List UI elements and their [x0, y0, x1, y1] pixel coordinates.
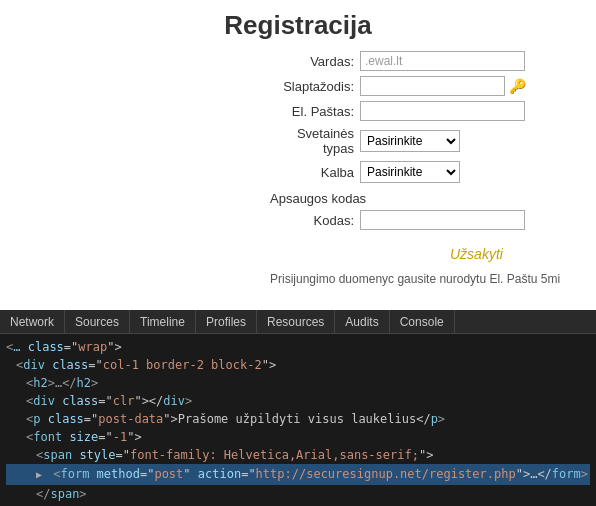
tab-sources[interactable]: Sources [65, 310, 130, 333]
tab-timeline[interactable]: Timeline [130, 310, 196, 333]
code-line-3: <h2>…</h2> [6, 374, 590, 392]
email-label: El. Paštas: [270, 104, 360, 119]
vardas-label: Vardas: [270, 54, 360, 69]
tab-console[interactable]: Console [390, 310, 455, 333]
code-line-9: </span> [6, 485, 590, 503]
tab-resources[interactable]: Resources [257, 310, 335, 333]
code-line-8-highlighted[interactable]: <form method="post" action="http://secur… [6, 464, 590, 485]
code-line-6: <font size="-1"> [6, 428, 590, 446]
kalba-row: Kalba Pasirinkite [270, 161, 586, 183]
devtools-panel: Network Sources Timeline Profiles Resour… [0, 310, 596, 506]
kodas-label: Kodas: [270, 213, 360, 228]
key-icon: 🔑 [509, 78, 526, 94]
devtools-tabbar: Network Sources Timeline Profiles Resour… [0, 310, 596, 334]
code-line-4: <div class="clr"></div> [6, 392, 590, 410]
kalba-label: Kalba [270, 165, 360, 180]
security-label: Apsaugos kodas [270, 191, 586, 206]
email-input[interactable] [360, 101, 525, 121]
svetaines-row: Svetainės typas Pasirinkite [270, 126, 586, 156]
slaptazodis-row: Slaptažodis: 🔑 [270, 76, 586, 96]
code-line-7: <span style="font-family: Helvetica,Aria… [6, 446, 590, 464]
vardas-input[interactable] [360, 51, 525, 71]
kodas-input[interactable] [360, 210, 525, 230]
page-title: Registracija [0, 10, 596, 41]
email-row: El. Paštas: [270, 101, 586, 121]
kodas-row: Kodas: [270, 210, 586, 230]
bottom-notice: Prisijungimo duomenyс gausite nurodytu E… [270, 272, 586, 286]
kalba-select[interactable]: Pasirinkite [360, 161, 460, 183]
code-line-1: <… class="wrap"> [6, 338, 590, 356]
tab-network[interactable]: Network [0, 310, 65, 333]
registration-area: Registracija Vardas: Slaptažodis: 🔑 El. … [0, 0, 596, 310]
tab-audits[interactable]: Audits [335, 310, 389, 333]
slaptazodis-label: Slaptažodis: [270, 79, 360, 94]
vardas-row: Vardas: [270, 51, 586, 71]
devtools-content: <… class="wrap"> <div class="col-1 borde… [0, 334, 596, 506]
slaptazodis-input[interactable] [360, 76, 505, 96]
submit-button[interactable]: Užsakyti [450, 246, 503, 262]
tab-profiles[interactable]: Profiles [196, 310, 257, 333]
code-line-2: <div class="col-1 border-2 block-2"> [6, 356, 590, 374]
svetaines-select[interactable]: Pasirinkite [360, 130, 460, 152]
svetaines-label: Svetainės typas [270, 126, 360, 156]
form-container: Vardas: Slaptažodis: 🔑 El. Paštas: Sveta… [270, 51, 586, 286]
code-line-5: <p class="post-data">Prašome užpildyti v… [6, 410, 590, 428]
